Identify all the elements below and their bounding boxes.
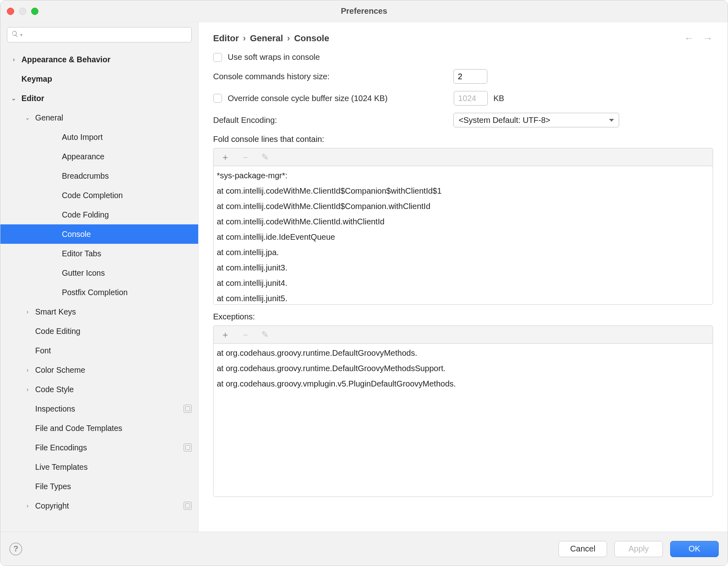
chevron-right-icon[interactable]: › (24, 367, 31, 373)
tree-item-code-folding[interactable]: Code Folding (0, 205, 198, 224)
tree-item-label: Code Editing (35, 327, 80, 336)
chevron-right-icon[interactable]: › (24, 503, 31, 509)
tree-item-copyright[interactable]: ›Copyright (0, 496, 198, 515)
list-item[interactable]: at com.intellij.ide.IdeEventQueue (217, 229, 709, 245)
fold-patterns-list[interactable]: *sys-package-mgr*:at com.intellij.codeWi… (213, 166, 713, 305)
tree-item-label: Postfix Completion (62, 288, 128, 297)
chevron-right-icon[interactable]: › (24, 386, 31, 393)
breadcrumb-part[interactable]: General (250, 33, 283, 43)
tree-item-label: Auto Import (62, 133, 103, 142)
search-icon (11, 30, 19, 40)
list-item[interactable]: at com.intellij.codeWithMe.ClientId$Comp… (217, 199, 709, 214)
ok-button[interactable]: OK (670, 541, 719, 557)
search-dropdown-icon[interactable]: ▾ (20, 32, 23, 38)
chevron-right-icon[interactable]: › (10, 56, 17, 63)
tree-item-editor-tabs[interactable]: Editor Tabs (0, 244, 198, 263)
list-item[interactable]: at org.codehaus.groovy.runtime.DefaultGr… (217, 345, 709, 361)
tree-item-general[interactable]: ⌄General (0, 108, 198, 127)
tree-item-keymap[interactable]: Keymap (0, 69, 198, 89)
tree-item-label: Editor (21, 94, 44, 103)
search-input[interactable] (25, 31, 187, 39)
project-scheme-icon (184, 502, 192, 510)
tree-item-appearance[interactable]: Appearance (0, 147, 198, 166)
tree-item-code-editing[interactable]: Code Editing (0, 321, 198, 341)
list-item[interactable]: at com.intellij.codeWithMe.ClientId$Comp… (217, 183, 709, 199)
chevron-down-icon[interactable]: ⌄ (10, 95, 17, 101)
tree-item-smart-keys[interactable]: ›Smart Keys (0, 302, 198, 321)
zoom-window-button[interactable] (31, 8, 38, 15)
preferences-window: Preferences ▾ ›Appearance & BehaviorKeym… (0, 0, 728, 566)
tree-item-auto-import[interactable]: Auto Import (0, 127, 198, 147)
nav-back-icon[interactable]: ← (684, 32, 694, 44)
tree-item-label: General (35, 113, 63, 122)
tree-item-postfix-completion[interactable]: Postfix Completion (0, 283, 198, 302)
list-item[interactable]: at com.intellij.junit5. (217, 291, 709, 305)
add-icon[interactable]: ＋ (221, 153, 230, 162)
list-item[interactable]: at org.codehaus.groovy.runtime.DefaultGr… (217, 361, 709, 376)
exceptions-list[interactable]: at org.codehaus.groovy.runtime.DefaultGr… (213, 343, 713, 497)
tree-item-code-style[interactable]: ›Code Style (0, 380, 198, 399)
tree-item-label: Appearance (62, 152, 104, 161)
encoding-select[interactable]: <System Default: UTF-8> (453, 113, 619, 127)
tree-item-gutter-icons[interactable]: Gutter Icons (0, 263, 198, 283)
edit-icon[interactable]: ✎ (261, 153, 269, 162)
tree-item-label: Appearance & Behavior (21, 55, 110, 64)
main-panel: Editor›General›Console ← → Use soft wrap… (199, 22, 728, 532)
tree-item-label: Font (35, 346, 51, 355)
sidebar: ▾ ›Appearance & BehaviorKeymap⌄Editor⌄Ge… (0, 22, 199, 532)
tree-item-label: Keymap (21, 74, 52, 84)
settings-panel: Use soft wraps in console Console comman… (199, 49, 728, 532)
titlebar: Preferences (0, 0, 728, 22)
list-item[interactable]: at com.intellij.junit3. (217, 260, 709, 275)
settings-search[interactable]: ▾ (7, 27, 192, 42)
tree-item-file-and-code-templates[interactable]: File and Code Templates (0, 418, 198, 438)
tree-item-label: Code Completion (62, 191, 123, 200)
add-icon[interactable]: ＋ (221, 330, 230, 339)
tree-item-file-encodings[interactable]: File Encodings (0, 438, 198, 457)
list-item[interactable]: at org.codehaus.groovy.vmplugin.v5.Plugi… (217, 376, 709, 391)
override-buffer-label: Override console cycle buffer size (1024… (228, 94, 448, 103)
help-button[interactable]: ? (9, 543, 22, 555)
settings-tree[interactable]: ›Appearance & BehaviorKeymap⌄Editor⌄Gene… (0, 46, 198, 532)
close-window-button[interactable] (7, 8, 14, 15)
exceptions-section-label: Exceptions: (213, 312, 713, 321)
breadcrumb-part[interactable]: Console (294, 33, 329, 43)
list-item[interactable]: *sys-package-mgr*: (217, 168, 709, 183)
tree-item-font[interactable]: Font (0, 341, 198, 360)
tree-item-color-scheme[interactable]: ›Color Scheme (0, 360, 198, 380)
tree-item-label: Gutter Icons (62, 268, 105, 278)
tree-item-label: Editor Tabs (62, 249, 101, 258)
tree-item-console[interactable]: Console (0, 224, 198, 244)
main-header: Editor›General›Console ← → (199, 22, 728, 49)
tree-item-label: Live Templates (35, 463, 88, 472)
list-item[interactable]: at com.intellij.codeWithMe.ClientId.with… (217, 214, 709, 229)
tree-item-code-completion[interactable]: Code Completion (0, 186, 198, 205)
breadcrumb-part[interactable]: Editor (213, 33, 239, 43)
remove-icon[interactable]: － (241, 153, 250, 162)
remove-icon[interactable]: － (241, 330, 250, 339)
list-item[interactable]: at com.intellij.junit4. (217, 275, 709, 291)
tree-item-file-types[interactable]: File Types (0, 477, 198, 496)
soft-wraps-checkbox[interactable] (213, 53, 222, 62)
apply-button[interactable]: Apply (614, 541, 663, 557)
chevron-down-icon[interactable]: ⌄ (24, 114, 31, 121)
edit-icon[interactable]: ✎ (261, 330, 269, 339)
project-scheme-icon (184, 444, 192, 452)
tree-item-breadcrumbs[interactable]: Breadcrumbs (0, 166, 198, 186)
window-controls (7, 8, 38, 15)
list-item[interactable]: at com.intellij.jpa. (217, 245, 709, 260)
cancel-button[interactable]: Cancel (559, 541, 607, 557)
tree-item-label: Smart Keys (35, 307, 76, 317)
tree-item-appearance-behavior[interactable]: ›Appearance & Behavior (0, 50, 198, 69)
tree-item-inspections[interactable]: Inspections (0, 399, 198, 418)
minimize-window-button[interactable] (19, 8, 26, 15)
encoding-label: Default Encoding: (213, 116, 448, 125)
override-buffer-checkbox[interactable] (213, 94, 222, 103)
tree-item-label: Breadcrumbs (62, 171, 109, 181)
encoding-value: <System Default: UTF-8> (459, 116, 550, 125)
nav-forward-icon[interactable]: → (703, 32, 713, 44)
history-size-input[interactable] (453, 69, 487, 84)
tree-item-live-templates[interactable]: Live Templates (0, 457, 198, 477)
tree-item-editor[interactable]: ⌄Editor (0, 89, 198, 108)
chevron-right-icon[interactable]: › (24, 308, 31, 315)
